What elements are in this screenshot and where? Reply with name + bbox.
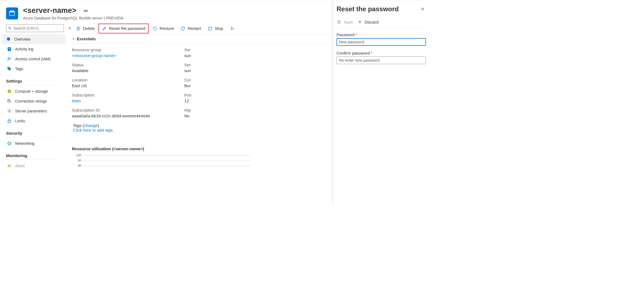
svg-point-9 [10, 58, 11, 59]
restart-icon [180, 26, 185, 31]
sidebar-item-label: Server parameters [15, 109, 47, 113]
sidebar-item-server-parameters[interactable]: Server parameters [2, 106, 66, 116]
sidebar-item-label: Connection strings [15, 99, 47, 103]
svg-point-8 [8, 58, 9, 59]
restore-icon [152, 26, 157, 31]
svg-point-12 [8, 100, 10, 100]
password-label: Password* [337, 32, 426, 37]
sidebar-search[interactable] [6, 24, 64, 32]
connection-icon [7, 99, 12, 104]
sidebar-item-label: Networking [15, 141, 34, 146]
svg-rect-7 [8, 49, 10, 49]
sidebar-item-overview[interactable]: Overview [2, 34, 66, 44]
chevron-up-icon [72, 37, 75, 41]
sidebar-item-label: Access control (IAM) [15, 57, 50, 61]
sidebar-item-networking[interactable]: Networking [2, 138, 66, 148]
y-tick: 90 [73, 159, 81, 162]
sidebar-item-locks[interactable]: Locks [2, 116, 66, 126]
password-input[interactable] [337, 38, 426, 46]
log-icon [7, 47, 12, 52]
essentials-value: Available [72, 68, 184, 73]
sidebar-item-label: Tags [15, 67, 23, 71]
svg-rect-17 [8, 165, 11, 167]
tags-row: Tags (change) Click here to add tags [72, 121, 184, 132]
pencil-icon [102, 26, 107, 31]
start-button[interactable] [227, 24, 235, 33]
svg-line-3 [10, 29, 11, 30]
svg-rect-6 [8, 48, 10, 48]
gear-icon [7, 109, 12, 114]
essentials-value: East US [72, 83, 184, 88]
essentials-label: Location [72, 78, 184, 82]
discard-button[interactable]: Discard [357, 19, 379, 24]
alert-icon [7, 163, 12, 168]
essentials-label: Status [72, 63, 184, 67]
resource-group-link[interactable]: <resource-group-name> [72, 53, 184, 58]
utilization-chart: 100 90 80 [75, 155, 250, 171]
essentials-label: Ser [184, 63, 239, 67]
svg-point-15 [8, 142, 11, 145]
play-icon [230, 26, 235, 31]
y-tick: 100 [73, 154, 81, 157]
svg-rect-18 [209, 27, 212, 30]
page-root: <server-name> Azure Database for Postgre… [0, 0, 429, 204]
essentials-label: Hig [184, 108, 239, 112]
lock-icon [7, 118, 12, 123]
essentials-value: No [184, 114, 239, 118]
svg-point-2 [9, 27, 10, 29]
stop-icon [208, 26, 213, 31]
sidebar-item-label: Activity log [15, 47, 33, 51]
essentials-value: 12 [184, 98, 239, 103]
save-button[interactable]: Save [337, 19, 353, 24]
page-subtitle: Azure Database for PostgreSQL flexible s… [23, 16, 124, 20]
sidebar-item-label: Overview [14, 37, 30, 41]
svg-point-11 [9, 91, 10, 92]
reset-password-button[interactable]: Reset the password [98, 24, 149, 33]
sidebar-section-security: Security [2, 126, 61, 137]
subscription-link[interactable]: team [72, 98, 184, 103]
page-title: <server-name> [23, 6, 77, 15]
delete-button[interactable]: Delete [72, 24, 98, 33]
sidebar-item-connection-strings[interactable]: Connection strings [2, 96, 66, 106]
essentials-value: Bur [184, 83, 239, 88]
essentials-label: Subscription ID [72, 108, 184, 112]
sidebar-item-compute[interactable]: Compute + storage [2, 86, 66, 96]
sidebar: Overview Activity log Access control (IA… [6, 24, 66, 171]
essentials-label: Ser [184, 47, 239, 52]
save-icon [337, 19, 341, 24]
svg-rect-19 [338, 21, 340, 21]
tags-add-link[interactable]: Click here to add tags [73, 128, 113, 132]
restore-button[interactable]: Restore [149, 24, 177, 33]
sidebar-section-monitoring: Monitoring [2, 148, 61, 160]
essentials-label: Pos [184, 93, 239, 97]
essentials-value: sun [184, 68, 239, 73]
essentials-value: sun [184, 53, 239, 58]
tags-change-link[interactable]: change [84, 123, 98, 128]
svg-point-1 [10, 11, 15, 13]
tags-icon [7, 66, 12, 71]
essentials-value: aaaa0a0a-bb1b-cc2c-dd3d-eeeeee4e4e4e [72, 114, 184, 118]
confirm-password-input[interactable] [337, 56, 426, 64]
sidebar-item-label: Alerts [15, 164, 25, 168]
sidebar-item-alerts[interactable]: Alerts [2, 161, 66, 171]
close-blade-button[interactable] [419, 6, 426, 12]
pin-button[interactable] [81, 7, 90, 15]
essentials-label: Subscription [72, 93, 184, 97]
essentials-label: Cor [184, 78, 239, 82]
restart-button[interactable]: Restart [177, 24, 204, 33]
svg-point-13 [9, 110, 10, 112]
sidebar-section-settings: Settings [2, 74, 61, 85]
compute-icon [7, 89, 12, 94]
sidebar-item-iam[interactable]: Access control (IAM) [2, 54, 66, 64]
reset-password-blade: Reset the password Save Discard Password… [333, 0, 429, 204]
sidebar-item-activity-log[interactable]: Activity log [2, 44, 66, 54]
svg-rect-20 [338, 22, 340, 24]
search-input[interactable] [13, 26, 62, 31]
postgres-icon [6, 7, 18, 19]
y-tick: 80 [73, 164, 81, 167]
blade-title: Reset the password [337, 5, 399, 13]
sidebar-item-label: Locks [15, 119, 25, 123]
sidebar-item-tags[interactable]: Tags [2, 64, 66, 74]
stop-button[interactable]: Stop [204, 24, 227, 33]
confirm-password-label: Confirm password* [337, 51, 426, 55]
